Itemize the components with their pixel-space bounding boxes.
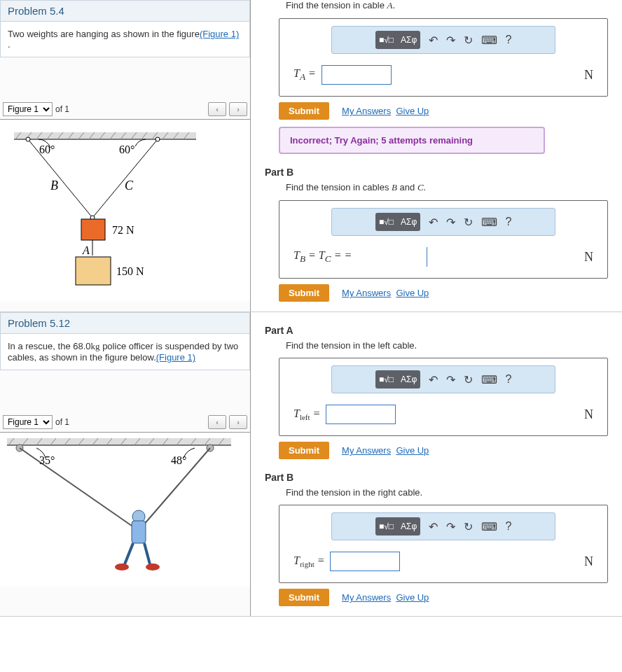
answer-input-ta[interactable] <box>322 65 392 85</box>
answer-box-tleft: ■√□ ΑΣφ ↶ ↷ ↻ ⌨ ? Tleft = N <box>279 358 608 436</box>
variable-label: Tleft = <box>293 407 320 421</box>
figure-next-button[interactable]: › <box>229 415 247 429</box>
keyboard-icon[interactable]: ⌨ <box>481 34 497 47</box>
equation-toolbar: ■√□ ΑΣφ ↶ ↷ ↻ ⌨ ? <box>331 512 555 540</box>
template-icon[interactable]: ■√□ <box>375 517 398 536</box>
template-icon[interactable]: ■√□ <box>375 213 398 231</box>
svg-point-21 <box>26 137 30 141</box>
redo-icon[interactable]: ↷ <box>446 34 455 47</box>
answer-input-tleft[interactable] <box>326 405 396 424</box>
problem-description: Two weights are hanging as shown in the … <box>0 22 250 57</box>
redo-icon[interactable]: ↷ <box>446 520 455 533</box>
svg-line-54 <box>20 448 139 531</box>
keyboard-icon[interactable]: ⌨ <box>481 216 497 229</box>
my-answers-link[interactable]: My Answers <box>342 445 391 456</box>
undo-icon[interactable]: ↶ <box>429 373 438 386</box>
submit-button[interactable]: Submit <box>279 589 329 606</box>
svg-point-61 <box>146 564 160 570</box>
submit-button[interactable]: Submit <box>279 284 329 302</box>
give-up-link[interactable]: Give Up <box>396 106 429 116</box>
part-a-label: Part A <box>265 325 608 336</box>
my-answers-link[interactable]: My Answers <box>342 592 391 603</box>
svg-rect-57 <box>132 521 146 543</box>
part-b-label: Part B <box>265 472 608 483</box>
reset-icon[interactable]: ↻ <box>464 216 473 229</box>
variable-label: Tright = <box>293 554 324 568</box>
equation-toolbar: ■√□ ΑΣφ ↶ ↷ ↻ ⌨ ? <box>331 26 555 54</box>
unit-label: N <box>584 554 593 569</box>
reset-icon[interactable]: ↻ <box>464 520 473 533</box>
give-up-link[interactable]: Give Up <box>396 445 429 456</box>
submit-button[interactable]: Submit <box>279 102 329 120</box>
figure-prev-button[interactable]: ‹ <box>208 102 226 116</box>
figure-link[interactable]: (Figure 1) <box>200 29 239 39</box>
template-icon[interactable]: ■√□ <box>375 370 398 388</box>
greek-icon[interactable]: ΑΣφ <box>398 213 420 231</box>
svg-text:60°: 60° <box>119 144 134 155</box>
svg-point-60 <box>115 564 129 570</box>
desc-text: Two weights are hanging as shown in the … <box>8 29 200 39</box>
figure-next-button[interactable]: › <box>229 102 247 116</box>
svg-text:150 N: 150 N <box>116 265 144 277</box>
submit-button[interactable]: Submit <box>279 442 329 459</box>
figure-nav: Figure 1 of 1 ‹ › <box>0 99 250 120</box>
svg-rect-26 <box>76 257 111 285</box>
keyboard-icon[interactable]: ⌨ <box>481 373 497 386</box>
part-b-prompt: Find the tension in the right cable. <box>286 487 608 498</box>
prompt-var: A <box>387 0 393 10</box>
help-icon[interactable]: ? <box>506 34 512 46</box>
svg-text:60°: 60° <box>39 144 55 155</box>
undo-icon[interactable]: ↶ <box>429 216 438 229</box>
answer-input-tbc[interactable] <box>357 247 427 267</box>
keyboard-icon[interactable]: ⌨ <box>481 520 497 533</box>
greek-icon[interactable]: ΑΣφ <box>398 31 420 49</box>
svg-rect-34 <box>7 438 231 445</box>
problem-title: Problem 5.4 <box>0 0 250 22</box>
figure-link[interactable]: (Figure 1) <box>156 352 195 363</box>
help-icon[interactable]: ? <box>506 520 512 533</box>
figure-diagram: 60° 60° B C A 72 N 150 N <box>0 120 250 302</box>
equation-toolbar: ■√□ ΑΣφ ↶ ↷ ↻ ⌨ ? <box>331 365 555 393</box>
figure-select[interactable]: Figure 1 <box>3 102 53 116</box>
my-answers-link[interactable]: My Answers <box>342 288 391 298</box>
part-b-label: Part B <box>265 167 608 178</box>
problem-description: In a rescue, the 68.0kg police officer i… <box>0 334 250 370</box>
figure-select[interactable]: Figure 1 <box>3 415 53 429</box>
redo-icon[interactable]: ↷ <box>446 373 455 386</box>
my-answers-link[interactable]: My Answers <box>342 106 391 116</box>
equation-toolbar: ■√□ ΑΣφ ↶ ↷ ↻ ⌨ ? <box>331 208 555 236</box>
answer-input-tright[interactable] <box>330 552 400 571</box>
svg-line-59 <box>144 543 150 564</box>
help-icon[interactable]: ? <box>506 373 512 386</box>
reset-icon[interactable]: ↻ <box>464 34 473 47</box>
svg-rect-24 <box>81 219 105 240</box>
help-icon[interactable]: ? <box>506 216 512 228</box>
undo-icon[interactable]: ↶ <box>429 34 438 47</box>
reset-icon[interactable]: ↻ <box>464 373 473 386</box>
feedback-message: Incorrect; Try Again; 5 attempts remaini… <box>279 127 545 154</box>
svg-line-58 <box>125 543 133 564</box>
figure-prev-button[interactable]: ‹ <box>208 415 226 429</box>
svg-text:35°: 35° <box>39 454 55 466</box>
part-a-prompt: Find the tension in the left cable. <box>286 340 608 351</box>
unit-label: N <box>584 250 593 265</box>
redo-icon[interactable]: ↷ <box>446 216 455 229</box>
variable-label: TB = TC = = <box>293 249 352 265</box>
greek-icon[interactable]: ΑΣφ <box>398 370 420 388</box>
variable-label: TA = <box>293 67 316 83</box>
template-icon[interactable]: ■√□ <box>375 31 398 49</box>
svg-text:B: B <box>50 178 58 192</box>
svg-line-19 <box>28 139 92 218</box>
svg-text:72 N: 72 N <box>112 224 134 236</box>
desc-suffix: . <box>8 39 11 50</box>
undo-icon[interactable]: ↶ <box>429 520 438 533</box>
unit-label: N <box>584 407 593 422</box>
figure-count: of 1 <box>55 417 69 427</box>
figure-diagram: 35° 48° <box>0 433 250 587</box>
give-up-link[interactable]: Give Up <box>396 592 429 603</box>
figure-nav: Figure 1 of 1 ‹ › <box>0 412 250 433</box>
part-b-prompt: Find the tension in cables B and C. <box>286 182 608 193</box>
greek-icon[interactable]: ΑΣφ <box>398 517 420 536</box>
svg-text:48°: 48° <box>171 454 186 466</box>
give-up-link[interactable]: Give Up <box>396 288 429 298</box>
